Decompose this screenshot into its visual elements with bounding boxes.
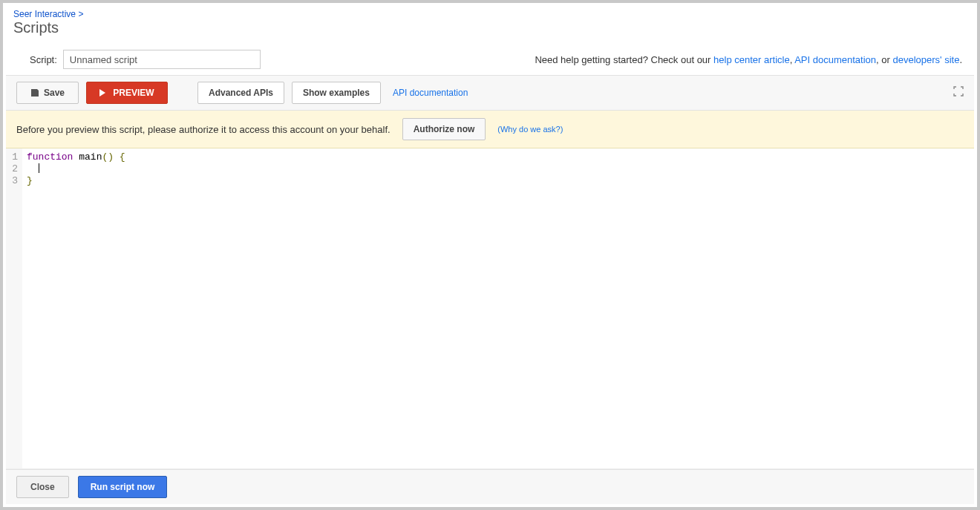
api-documentation-link[interactable]: API documentation bbox=[393, 88, 468, 98]
line-number: 1 bbox=[9, 151, 18, 163]
save-button-label: Save bbox=[44, 88, 65, 98]
authorize-now-button[interactable]: Authorize now bbox=[402, 118, 486, 140]
help-center-link[interactable]: help center article bbox=[713, 54, 790, 65]
line-number: 2 bbox=[9, 163, 18, 175]
fullscreen-icon[interactable] bbox=[953, 86, 964, 99]
script-name-input[interactable] bbox=[63, 50, 261, 69]
advanced-apis-label: Advanced APIs bbox=[209, 88, 273, 98]
help-suffix: . bbox=[959, 54, 962, 65]
advanced-apis-button[interactable]: Advanced APIs bbox=[197, 82, 284, 104]
help-text: Need help getting started? Check out our… bbox=[535, 54, 967, 65]
save-button[interactable]: Save bbox=[16, 82, 79, 104]
save-icon bbox=[30, 88, 39, 97]
help-prefix: Need help getting started? Check out our bbox=[535, 54, 713, 65]
footer: Close Run script now bbox=[6, 469, 974, 504]
token-keyword: function bbox=[27, 151, 73, 163]
preview-button-label: PREVIEW bbox=[113, 88, 154, 98]
authorize-text: Before you preview this script, please a… bbox=[16, 124, 391, 135]
code-line bbox=[27, 163, 970, 175]
toolbar: Save PREVIEW Advanced APIs Show examples… bbox=[6, 75, 974, 111]
code-editor[interactable]: 1 2 3 function main() { } bbox=[6, 148, 974, 469]
why-do-we-ask-link[interactable]: (Why do we ask?) bbox=[497, 125, 563, 134]
script-name-row: Script: Need help getting started? Check… bbox=[3, 39, 977, 75]
script-name-label: Script: bbox=[30, 54, 57, 65]
breadcrumb: Seer Interactive > bbox=[13, 9, 967, 19]
text-caret bbox=[39, 163, 39, 173]
code-pane[interactable]: function main() { } bbox=[22, 148, 974, 468]
header: Seer Interactive > Scripts bbox=[3, 3, 977, 39]
indent bbox=[27, 163, 39, 174]
show-examples-button[interactable]: Show examples bbox=[292, 82, 381, 104]
token-punct: () bbox=[102, 151, 114, 163]
breadcrumb-account-link[interactable]: Seer Interactive bbox=[13, 9, 76, 19]
preview-button[interactable]: PREVIEW bbox=[86, 82, 168, 104]
token-punct: } bbox=[27, 175, 33, 186]
line-number: 3 bbox=[9, 175, 18, 187]
script-editor-window: Seer Interactive > Scripts Script: Need … bbox=[3, 3, 977, 507]
breadcrumb-separator: > bbox=[78, 9, 83, 19]
developers-site-link[interactable]: developers' site bbox=[892, 54, 959, 65]
code-line: function main() { bbox=[27, 151, 970, 163]
api-doc-link[interactable]: API documentation bbox=[794, 54, 876, 65]
help-sep2: , or bbox=[876, 54, 892, 65]
line-number-gutter: 1 2 3 bbox=[6, 148, 22, 468]
run-script-now-button[interactable]: Run script now bbox=[78, 476, 168, 498]
code-line: } bbox=[27, 175, 970, 187]
show-examples-label: Show examples bbox=[303, 88, 370, 98]
play-icon bbox=[99, 89, 105, 97]
token-punct: { bbox=[114, 151, 125, 163]
token-identifier: main bbox=[73, 151, 102, 163]
page-title: Scripts bbox=[13, 19, 967, 36]
close-button[interactable]: Close bbox=[16, 476, 69, 498]
authorize-bar: Before you preview this script, please a… bbox=[6, 111, 974, 148]
